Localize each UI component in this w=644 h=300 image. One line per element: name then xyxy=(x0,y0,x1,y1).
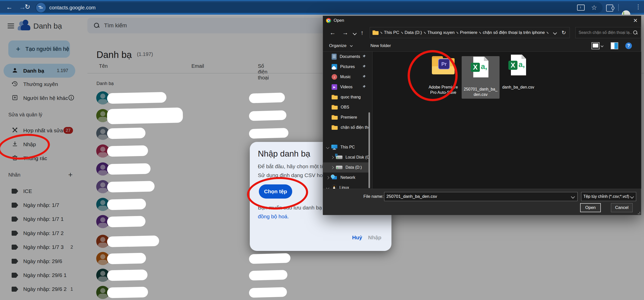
fd-quick-access-item[interactable]: ♪Music xyxy=(323,72,369,82)
back-icon[interactable]: ← xyxy=(6,4,13,10)
tree-chevron-icon[interactable] xyxy=(326,146,329,149)
fd-tree-item-local-disk-c-[interactable]: Local Disk (C:) xyxy=(323,152,369,162)
redaction-blob-name xyxy=(107,235,159,247)
fd-search-box[interactable]: Search chặn số điện thoại lạ... xyxy=(575,27,641,38)
fd-quick-access-item[interactable]: ▶Videos xyxy=(323,82,369,92)
fd-up-icon[interactable]: ↑ xyxy=(361,29,364,36)
redaction-blob-phone xyxy=(249,128,288,139)
fd-quick-access-item[interactable]: Pictures xyxy=(323,62,369,72)
fd-sidebar-scrollbar[interactable] xyxy=(368,112,370,188)
csv-file-icon: Xa, xyxy=(462,56,500,84)
close-icon[interactable]: × xyxy=(633,16,637,25)
file-dialog-title: Open xyxy=(334,18,344,23)
breadcrumb-separator-icon xyxy=(401,32,403,34)
redaction-blob-phone xyxy=(249,287,287,298)
fd-forward-icon[interactable]: → xyxy=(342,29,348,36)
tree-chevron-icon[interactable] xyxy=(331,166,334,169)
fd-recent-chevron-icon[interactable] xyxy=(353,29,356,36)
fd-quick-access-item[interactable]: chặn số điện thc xyxy=(323,122,369,133)
file-name-dropdown-icon[interactable] xyxy=(571,195,575,199)
extensions-puzzle-icon[interactable] xyxy=(606,5,613,12)
file-name-input[interactable]: 250701_danh_ba_den.csv xyxy=(384,192,578,201)
site-settings-glyph xyxy=(38,6,43,10)
redaction-blob-name xyxy=(107,145,148,157)
folder-icon xyxy=(332,95,338,99)
breadcrumb-separator-icon xyxy=(380,32,382,34)
fd-address-bar[interactable]: This PCData (D:)Thuong xuyenPremierechặn… xyxy=(370,27,570,38)
tree-chevron-icon[interactable] xyxy=(326,176,329,179)
network-icon xyxy=(331,175,337,180)
import-submit-button[interactable]: Nhập xyxy=(368,234,382,241)
fd-folder-icon xyxy=(373,30,379,35)
file-dialog-navrow: ← → ↑ This PCData (D:)Thuong xuyenPremie… xyxy=(323,25,641,40)
preview-pane-icon[interactable] xyxy=(611,42,618,49)
install-icon[interactable]: ↓ xyxy=(577,5,585,11)
fd-search-icon xyxy=(633,30,638,35)
address-bar[interactable]: contacts.google.com ↓ ☆ xyxy=(35,2,603,13)
fd-quick-access-item[interactable]: OBS xyxy=(323,102,369,112)
this-pc-icon xyxy=(331,145,337,150)
file-type-value: Tệp tùy chỉnh (*.csv;*.vcf) xyxy=(583,194,631,199)
breadcrumb-item[interactable]: This PC xyxy=(384,30,399,35)
file-tile[interactable]: Xa,danh_ba_den.csv xyxy=(499,54,537,90)
disk-icon xyxy=(336,166,342,169)
organize-chevron-icon xyxy=(350,44,353,47)
videos-icon: ▶ xyxy=(332,84,337,90)
fd-quick-access-item[interactable]: Documents xyxy=(323,52,369,62)
disk-icon xyxy=(336,166,342,169)
reload-icon[interactable]: ↻ xyxy=(25,4,30,10)
pin-icon xyxy=(362,54,366,59)
file-type-select[interactable]: Tệp tùy chỉnh (*.csv;*.vcf) xyxy=(581,192,636,201)
import-dialog-title: Nhập danh bạ xyxy=(258,149,310,159)
browser-toolbar: ← → . ↻ ↻ contacts.google.com ↓ ☆ ⋮ xyxy=(0,0,644,16)
breadcrumb-item[interactable]: Premiere xyxy=(460,30,477,35)
folder-icon xyxy=(332,125,338,130)
chrome-logo-icon xyxy=(326,18,331,23)
breadcrumb-item[interactable]: Thuong xuyen xyxy=(427,30,455,35)
resize-grip[interactable] xyxy=(637,211,640,214)
csv-file-icon: Xa, xyxy=(462,56,500,84)
new-folder-button[interactable]: New folder xyxy=(370,43,391,48)
breadcrumb-item[interactable]: chặn số điện thoại lạ trên iphone xyxy=(483,30,545,35)
file-dialog-titlebar[interactable]: Open × xyxy=(323,16,641,25)
fd-refresh-icon[interactable]: ↻ xyxy=(561,30,566,36)
csv-file-icon: Xa, xyxy=(499,54,537,82)
menu-kebab-icon[interactable]: ⋮ xyxy=(635,3,641,10)
organize-button[interactable]: Organize xyxy=(329,43,352,48)
redaction-blob-name xyxy=(107,127,146,139)
breadcrumb-item[interactable]: Data (D:) xyxy=(405,30,422,35)
site-info-icon[interactable] xyxy=(36,3,46,12)
view-mode-icon[interactable] xyxy=(591,42,600,49)
fd-tree-item-this-pc[interactable]: This PC xyxy=(323,142,369,152)
fd-tree-item-data-d-[interactable]: Data (D:) xyxy=(323,162,369,173)
redaction-blob-phone xyxy=(249,93,285,103)
redaction-blob-phone xyxy=(249,253,291,264)
fd-search-placeholder: Search chặn số điện thoại lạ... xyxy=(579,30,632,35)
pictures-icon xyxy=(332,64,337,70)
screenshot-stage: ← → . ↻ ↻ contacts.google.com ↓ ☆ ⋮ Danh… xyxy=(0,0,644,300)
fd-quick-access-item[interactable]: quoc thang xyxy=(323,92,369,102)
videos-icon: ▶ xyxy=(332,84,337,90)
redaction-blob-name xyxy=(107,287,148,298)
pin-icon xyxy=(362,65,366,69)
fd-back-icon[interactable]: ← xyxy=(330,29,336,36)
redaction-blob-name xyxy=(107,199,146,210)
fd-item-label: Documents xyxy=(340,54,362,59)
fd-quick-access-item[interactable]: Premiere xyxy=(323,112,369,122)
file-tile[interactable]: Xa,250701_danh_ba_ den.csv xyxy=(462,56,500,99)
bookmark-star-icon[interactable]: ☆ xyxy=(591,4,597,11)
tree-chevron-icon[interactable] xyxy=(331,156,334,159)
sync-link[interactable]: đồng bộ hoá. xyxy=(258,213,289,220)
import-cancel-button[interactable]: Huỷ xyxy=(352,234,362,241)
url-text[interactable]: contacts.google.com xyxy=(49,5,577,11)
fd-tree-item-network[interactable]: Network xyxy=(323,173,369,183)
open-button[interactable]: Open xyxy=(580,203,601,212)
breadcrumb-separator-icon xyxy=(456,32,458,34)
help-icon[interactable]: ? xyxy=(625,42,632,49)
redaction-blob-name xyxy=(107,269,148,281)
folder-icon xyxy=(332,115,338,120)
fd-address-dropdown-icon[interactable] xyxy=(553,31,557,35)
cancel-button[interactable]: Cancel xyxy=(611,203,633,212)
view-mode-chevron-icon[interactable] xyxy=(601,44,603,47)
disk-windows-icon xyxy=(336,156,342,159)
